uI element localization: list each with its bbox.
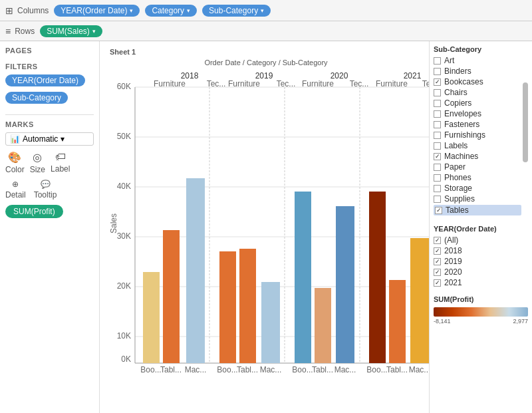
legend-item-chairs[interactable]: Chairs bbox=[434, 88, 521, 97]
checkbox-2021[interactable] bbox=[434, 279, 441, 287]
subcategory-list: Art Binders Bookcases bbox=[434, 56, 521, 217]
category-pill[interactable]: Category ▾ bbox=[145, 5, 197, 17]
label-art: Art bbox=[444, 56, 454, 65]
checkbox-fasteners[interactable] bbox=[434, 121, 441, 128]
chart-title: Sheet 1 bbox=[110, 48, 422, 56]
marks-type-dropdown[interactable]: 📊 Automatic ▾ bbox=[5, 132, 94, 146]
label-machines: Machines bbox=[444, 152, 478, 161]
sum-sales-pill[interactable]: SUM(Sales) ▾ bbox=[40, 25, 102, 37]
bar-2019-fur-boo[interactable] bbox=[219, 251, 236, 363]
checkbox-2018[interactable] bbox=[434, 247, 441, 255]
year-pill-label: YEAR(Order Date) bbox=[61, 6, 127, 15]
bar-2019-tec-mac[interactable] bbox=[261, 282, 280, 363]
checkbox-envelopes[interactable] bbox=[434, 110, 441, 118]
subcategory-pill[interactable]: Sub-Category ▾ bbox=[202, 5, 271, 17]
checkbox-all[interactable] bbox=[434, 237, 441, 244]
label-label: Label bbox=[51, 164, 70, 174]
svg-text:Tec...: Tec... bbox=[422, 79, 429, 88]
rows-section: ≡ Rows bbox=[5, 26, 35, 37]
label-fasteners: Fasteners bbox=[444, 120, 479, 129]
checkbox-paper[interactable] bbox=[434, 164, 441, 171]
checkbox-art[interactable] bbox=[434, 57, 441, 65]
label-chairs: Chairs bbox=[444, 88, 467, 97]
bar-2018-fur-boo[interactable] bbox=[143, 272, 160, 363]
bar-2021-tec-mac[interactable] bbox=[410, 238, 429, 363]
legend-item-storage[interactable]: Storage bbox=[434, 184, 521, 193]
bar-2020-fur-boo[interactable] bbox=[295, 192, 311, 363]
color-label: Color bbox=[5, 165, 25, 174]
rows-label: Rows bbox=[15, 27, 35, 36]
legend-item-machines[interactable]: Machines bbox=[434, 152, 521, 161]
legend-item-phones[interactable]: Phones bbox=[434, 173, 521, 182]
legend-item-binders[interactable]: Binders bbox=[434, 67, 521, 76]
bar-2018-tec-mac[interactable] bbox=[186, 178, 205, 363]
checkbox-chairs[interactable] bbox=[434, 89, 441, 96]
svg-text:Furniture: Furniture bbox=[302, 79, 334, 88]
legend-item-envelopes[interactable]: Envelopes bbox=[434, 109, 521, 118]
checkbox-bookcases[interactable] bbox=[434, 78, 441, 86]
filter-subcategory-pill[interactable]: Sub-Category bbox=[5, 92, 68, 104]
pages-section: Pages bbox=[5, 47, 94, 55]
label-bookcases: Bookcases bbox=[444, 77, 483, 86]
subcategory-pill-arrow: ▾ bbox=[261, 7, 264, 14]
checkbox-supplies[interactable] bbox=[434, 196, 441, 203]
legend-item-fasteners[interactable]: Fasteners bbox=[434, 120, 521, 129]
subcategory-legend: Sub-Category Art Binders bbox=[434, 45, 528, 217]
legend-item-all[interactable]: (All) bbox=[434, 235, 528, 245]
color-icon: 🎨 bbox=[8, 151, 21, 164]
checkbox-labels[interactable] bbox=[434, 142, 441, 150]
label-mark[interactable]: 🏷 Label bbox=[51, 151, 70, 174]
svg-text:30K: 30K bbox=[117, 231, 131, 241]
label-2020: 2020 bbox=[444, 267, 462, 277]
legend-item-2020[interactable]: 2020 bbox=[434, 267, 528, 277]
legend-item-supplies[interactable]: Supplies bbox=[434, 194, 521, 204]
checkbox-furnishings[interactable] bbox=[434, 132, 441, 139]
sum-profit-button[interactable]: SUM(Profit) bbox=[5, 205, 63, 218]
svg-text:Mac...: Mac... bbox=[334, 365, 356, 374]
checkbox-copiers[interactable] bbox=[434, 100, 441, 107]
svg-text:Tabl...: Tabl... bbox=[312, 365, 333, 374]
label-supplies: Supplies bbox=[444, 194, 475, 204]
legend-item-2018[interactable]: 2018 bbox=[434, 246, 528, 255]
tooltip-mark[interactable]: 💬 Tooltip bbox=[34, 180, 57, 200]
label-tables: Tables bbox=[446, 206, 469, 215]
legend-item-art[interactable]: Art bbox=[434, 56, 521, 65]
color-gradient-bar bbox=[434, 307, 528, 317]
rows-icon: ≡ bbox=[5, 26, 11, 37]
category-pill-label: Category bbox=[152, 6, 184, 15]
checkbox-tables[interactable] bbox=[435, 207, 442, 214]
size-mark[interactable]: ◎ Size bbox=[30, 151, 45, 174]
profit-max-label: 2,977 bbox=[513, 318, 528, 325]
checkbox-storage[interactable] bbox=[434, 185, 441, 192]
bar-2018-fur-tab[interactable] bbox=[163, 230, 180, 363]
svg-text:Furniture: Furniture bbox=[376, 79, 408, 88]
checkbox-phones[interactable] bbox=[434, 174, 441, 182]
legend-item-furnishings[interactable]: Furnishings bbox=[434, 130, 521, 140]
subcategory-scrollbar[interactable] bbox=[523, 82, 528, 162]
label-2018: 2018 bbox=[444, 246, 462, 255]
detail-mark[interactable]: ⊕ Detail bbox=[5, 180, 26, 200]
year-order-date-pill[interactable]: YEAR(Order Date) ▾ bbox=[54, 5, 140, 17]
bar-2021-fur-tab[interactable] bbox=[389, 280, 406, 363]
legend-item-tables[interactable]: Tables bbox=[434, 205, 521, 215]
bar-2020-tec-mac[interactable] bbox=[336, 206, 354, 363]
bar-2019-fur-tab[interactable] bbox=[239, 249, 256, 363]
chart-svg: 60K 50K 40K 30K 20K 10K 0K Sales bbox=[110, 70, 429, 390]
checkbox-machines[interactable] bbox=[434, 153, 441, 160]
checkbox-2020[interactable] bbox=[434, 269, 441, 276]
legend-item-paper[interactable]: Paper bbox=[434, 162, 521, 172]
checkbox-binders[interactable] bbox=[434, 68, 441, 75]
legend-item-labels[interactable]: Labels bbox=[434, 141, 521, 150]
size-icon: ◎ bbox=[33, 151, 42, 164]
legend-item-bookcases[interactable]: Bookcases bbox=[434, 77, 521, 86]
svg-text:Boo...: Boo... bbox=[217, 365, 237, 374]
legend-item-copiers[interactable]: Copiers bbox=[434, 98, 521, 108]
marks-dropdown-arrow: ▾ bbox=[61, 134, 65, 144]
legend-item-2021[interactable]: 2021 bbox=[434, 278, 528, 287]
color-mark[interactable]: 🎨 Color bbox=[5, 151, 25, 174]
bar-2020-fur-tab[interactable] bbox=[315, 288, 331, 363]
legend-item-2019[interactable]: 2019 bbox=[434, 257, 528, 266]
checkbox-2019[interactable] bbox=[434, 258, 441, 265]
bar-2021-fur-boo[interactable] bbox=[369, 192, 386, 363]
filter-year-pill[interactable]: YEAR(Order Date) bbox=[5, 74, 85, 86]
